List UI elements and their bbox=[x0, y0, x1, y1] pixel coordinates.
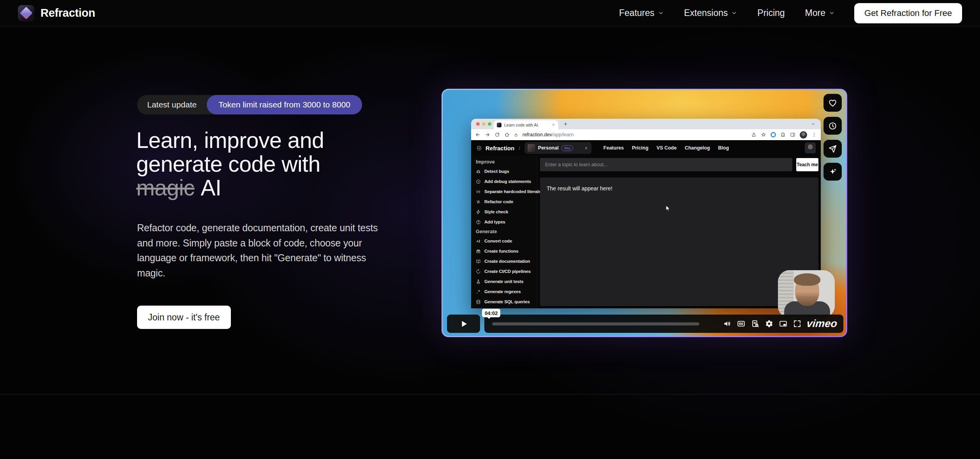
topic-input[interactable] bbox=[540, 158, 792, 171]
sidebar-item-refactor-code[interactable]: Refactor code bbox=[476, 197, 537, 207]
workspace-updown-icon bbox=[584, 146, 588, 150]
cc-button[interactable] bbox=[737, 320, 745, 328]
fullscreen-icon bbox=[793, 320, 801, 328]
refactor-icon bbox=[476, 199, 481, 204]
app-nav-changelog[interactable]: Changelog bbox=[685, 145, 710, 151]
app-nav-features[interactable]: Features bbox=[603, 145, 624, 151]
chevron-down-icon bbox=[658, 10, 664, 16]
sparkles-icon bbox=[828, 167, 837, 176]
sidebar-item-add-debug-statements[interactable]: Add debug statements bbox=[476, 176, 537, 186]
sidebar-item-generate-sql-queries[interactable]: Generate SQL queries bbox=[476, 297, 537, 307]
heading-line-2: generate code with bbox=[136, 152, 324, 176]
nav-link-label: More bbox=[805, 8, 825, 18]
url-bar[interactable]: refraction.dev/app/learn bbox=[523, 132, 574, 137]
join-now-button[interactable]: Join now - it's free bbox=[137, 306, 231, 329]
sidebar-item-create-documentation[interactable]: Create documentation bbox=[476, 256, 537, 266]
tab-close-icon[interactable] bbox=[552, 123, 555, 127]
sidebar-item-generate-regexes[interactable]: Generate regexes bbox=[476, 287, 537, 297]
new-tab-icon[interactable] bbox=[563, 121, 568, 127]
timestamp: 04:02 bbox=[485, 310, 498, 316]
sidebar-item-create-ci-cd-pipelines[interactable]: Create CI/CD pipelines bbox=[476, 266, 537, 276]
settings-button[interactable] bbox=[765, 320, 773, 328]
nav-link-more[interactable]: More bbox=[805, 8, 835, 18]
extension-badge-icon[interactable] bbox=[771, 132, 776, 137]
play-button[interactable] bbox=[447, 315, 480, 333]
refraction-logo-icon bbox=[18, 5, 34, 21]
app-header: Refraction / Personal Pro FeaturesPricin… bbox=[471, 140, 821, 156]
reload-icon[interactable] bbox=[494, 132, 500, 137]
flask-icon bbox=[476, 279, 481, 284]
sidebar-section-improve: Improve bbox=[476, 157, 537, 166]
latest-update-badge[interactable]: Latest update Token limit raised from 30… bbox=[137, 95, 362, 114]
user-avatar[interactable] bbox=[805, 142, 816, 153]
sidebar-item-add-types[interactable]: Add types bbox=[476, 217, 537, 227]
transcript-button[interactable] bbox=[751, 320, 759, 328]
video-thumbnail: Learn code with AI. refraction.dev/app/l… bbox=[443, 90, 846, 336]
tab-search-chevron-icon[interactable] bbox=[811, 122, 815, 126]
side-button-sparkles[interactable] bbox=[823, 163, 842, 181]
url-host: refraction.dev bbox=[523, 132, 552, 137]
traffic-light-close-icon bbox=[476, 122, 480, 126]
app-sidebar: ImproveDetect bugsAdd debug statementsSe… bbox=[471, 156, 537, 308]
side-button-clock[interactable] bbox=[823, 117, 842, 135]
app-body: ImproveDetect bugsAdd debug statementsSe… bbox=[471, 156, 821, 308]
app-brand: Refraction bbox=[486, 145, 514, 151]
volume-button[interactable] bbox=[723, 320, 731, 328]
app-nav-blog[interactable]: Blog bbox=[718, 145, 729, 151]
sidebar-item-style-check[interactable]: Style check bbox=[476, 207, 537, 217]
settings-icon bbox=[765, 320, 773, 328]
get-refraction-button[interactable]: Get Refraction for Free bbox=[854, 3, 962, 23]
tab-favicon-icon bbox=[497, 123, 501, 127]
browser-menu-icon[interactable] bbox=[811, 132, 817, 137]
home-icon[interactable] bbox=[504, 132, 510, 137]
sidebar-item-convert-code[interactable]: Convert code bbox=[476, 236, 537, 246]
side-button-heart[interactable] bbox=[823, 94, 842, 112]
app-nav-vs-code[interactable]: VS Code bbox=[656, 145, 676, 151]
bookmark-star-icon[interactable] bbox=[761, 132, 766, 137]
clock-icon bbox=[828, 121, 837, 130]
sidebar-item-label: Detect bugs bbox=[484, 169, 509, 174]
url-path: /app/learn bbox=[552, 132, 574, 137]
brand-name: Refraction bbox=[40, 7, 95, 19]
vimeo-logo[interactable]: vimeo bbox=[806, 318, 837, 330]
extensions-puzzle-icon[interactable] bbox=[780, 132, 786, 137]
workspace-selector[interactable]: Personal Pro bbox=[524, 142, 591, 154]
sidebar-item-detect-bugs[interactable]: Detect bugs bbox=[476, 166, 537, 176]
side-button-send[interactable] bbox=[823, 140, 842, 158]
chevron-down-icon bbox=[829, 10, 835, 16]
nav-link-label: Extensions bbox=[684, 8, 728, 18]
workspace-name: Personal bbox=[538, 145, 559, 151]
forward-icon[interactable] bbox=[485, 132, 490, 137]
side-panel-icon[interactable] bbox=[790, 132, 795, 137]
nav-link-extensions[interactable]: Extensions bbox=[684, 8, 737, 18]
sidebar-item-create-functions[interactable]: Create functions bbox=[476, 246, 537, 256]
browser-profile-avatar[interactable] bbox=[800, 131, 807, 139]
back-icon[interactable] bbox=[475, 132, 480, 137]
teach-me-button[interactable]: Teach me bbox=[796, 158, 818, 171]
video-player[interactable]: Learn code with AI. refraction.dev/app/l… bbox=[442, 89, 847, 337]
heart-icon bbox=[828, 98, 837, 107]
nav-link-label: Pricing bbox=[757, 8, 785, 18]
sidebar-item-label: Separate hardcoded literals bbox=[484, 189, 541, 194]
browser-tab[interactable]: Learn code with AI. bbox=[494, 120, 558, 129]
convert-icon bbox=[476, 239, 481, 244]
pip-button[interactable] bbox=[779, 320, 787, 328]
sidebar-item-label: Create documentation bbox=[484, 259, 530, 264]
nav-link-pricing[interactable]: Pricing bbox=[757, 8, 785, 18]
nav-link-features[interactable]: Features bbox=[619, 8, 664, 18]
tab-title: Learn code with AI. bbox=[504, 123, 549, 127]
nav-links: FeaturesExtensionsPricingMore bbox=[619, 8, 835, 18]
sidebar-item-generate-unit-tests[interactable]: Generate unit tests bbox=[476, 276, 537, 287]
fullscreen-button[interactable] bbox=[793, 320, 801, 328]
floating-action-column bbox=[823, 94, 842, 181]
seek-bar[interactable] bbox=[492, 322, 699, 325]
app-logomark-icon bbox=[476, 145, 482, 151]
sidebar-item-separate-hardcoded-literals[interactable]: Separate hardcoded literals bbox=[476, 186, 537, 197]
brand[interactable]: Refraction bbox=[18, 5, 95, 21]
pip-icon bbox=[779, 320, 787, 328]
webcam-person-hair bbox=[794, 273, 820, 286]
app-nav-pricing[interactable]: Pricing bbox=[632, 145, 648, 151]
heading-strike-word: magic bbox=[136, 175, 195, 200]
database-icon bbox=[476, 299, 481, 304]
share-icon[interactable] bbox=[751, 132, 757, 137]
